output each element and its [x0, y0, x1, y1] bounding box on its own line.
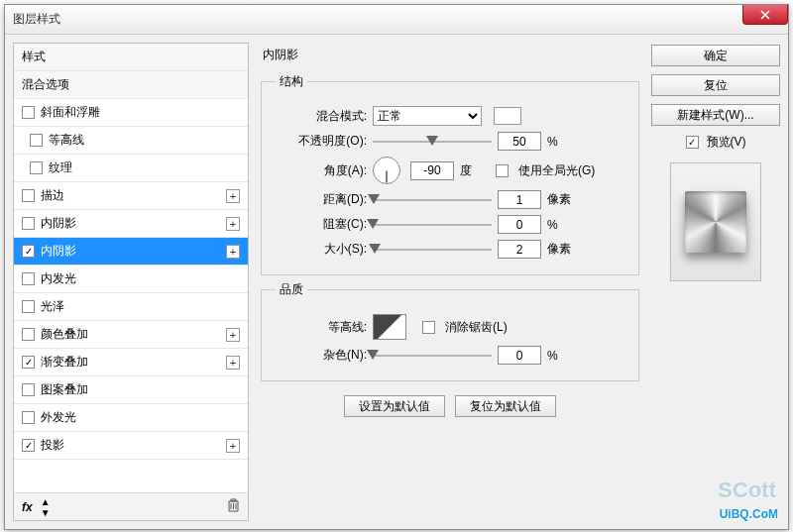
- sidebar-item-label: 图案叠加: [41, 381, 88, 398]
- blend-mode-select[interactable]: 正常: [373, 106, 482, 126]
- size-input[interactable]: [498, 240, 541, 259]
- antialias-checkbox[interactable]: [422, 321, 435, 334]
- sidebar-item-checkbox[interactable]: [30, 134, 43, 147]
- angle-unit: 度: [460, 162, 490, 179]
- size-slider[interactable]: [373, 243, 492, 257]
- angle-needle-icon: [387, 171, 388, 183]
- angle-row: 角度(A): 度 使用全局光(G): [276, 157, 624, 184]
- sidebar-item-label: 内阴影: [41, 215, 76, 232]
- sidebar-item-checkbox[interactable]: ✓: [22, 356, 35, 369]
- noise-input[interactable]: [498, 346, 541, 365]
- opacity-slider[interactable]: [373, 135, 492, 149]
- ok-button[interactable]: 确定: [651, 45, 780, 66]
- sidebar-item-6[interactable]: 内发光: [14, 266, 248, 293]
- sidebar-item-9[interactable]: ✓渐变叠加+: [14, 349, 248, 376]
- opacity-label: 不透明度(O):: [276, 133, 367, 150]
- angle-input[interactable]: [410, 161, 454, 180]
- sidebar-item-label: 纹理: [49, 160, 72, 176]
- sidebar-header-blend[interactable]: 混合选项: [14, 71, 248, 99]
- add-effect-button[interactable]: +: [226, 439, 240, 453]
- sidebar-item-0[interactable]: 斜面和浮雕: [14, 99, 248, 127]
- new-style-button[interactable]: 新建样式(W)...: [651, 104, 780, 126]
- sidebar-item-checkbox[interactable]: [22, 189, 35, 202]
- sidebar-header-styles-label: 样式: [22, 49, 46, 65]
- noise-row: 杂色(N): %: [276, 346, 624, 365]
- choke-slider[interactable]: [373, 218, 492, 232]
- sidebar-item-10[interactable]: 图案叠加: [14, 376, 248, 404]
- contour-picker[interactable]: [373, 314, 406, 340]
- sidebar-item-12[interactable]: ✓投影+: [14, 432, 248, 460]
- global-light-label: 使用全局光(G): [518, 162, 595, 179]
- contour-row: 等高线: 消除锯齿(L): [276, 314, 624, 340]
- sidebar-item-11[interactable]: 外发光: [14, 404, 248, 432]
- sidebar-item-2[interactable]: 纹理: [14, 155, 248, 182]
- add-effect-button[interactable]: +: [226, 189, 240, 203]
- choke-row: 阻塞(C): %: [276, 215, 624, 234]
- add-effect-button[interactable]: +: [226, 356, 240, 370]
- blend-mode-row: 混合模式: 正常: [276, 106, 624, 126]
- sidebar-item-checkbox[interactable]: [30, 161, 43, 174]
- noise-unit: %: [547, 349, 577, 363]
- trash-button[interactable]: [227, 498, 240, 515]
- add-effect-button[interactable]: +: [226, 217, 240, 231]
- angle-dial[interactable]: [373, 157, 400, 184]
- sidebar-item-label: 内阴影: [41, 243, 76, 260]
- sidebar-footer: fx ▲▼: [14, 492, 248, 520]
- opacity-input[interactable]: [498, 132, 541, 151]
- sidebar-item-checkbox[interactable]: [22, 383, 35, 396]
- sidebar-item-label: 等高线: [49, 132, 84, 149]
- add-effect-button[interactable]: +: [226, 328, 240, 342]
- shadow-color-swatch[interactable]: [494, 107, 521, 125]
- styles-sidebar: 样式 混合选项 斜面和浮雕等高线纹理描边+内阴影+✓内阴影+内发光光泽颜色叠加+…: [13, 43, 249, 521]
- sidebar-item-label: 光泽: [41, 298, 64, 315]
- titlebar: 图层样式: [5, 5, 788, 35]
- sidebar-item-checkbox[interactable]: ✓: [22, 439, 35, 452]
- sidebar-item-8[interactable]: 颜色叠加+: [14, 321, 248, 349]
- choke-input[interactable]: [498, 215, 541, 234]
- window-title: 图层样式: [13, 11, 60, 28]
- sidebar-item-checkbox[interactable]: [22, 106, 35, 119]
- sidebar-item-label: 渐变叠加: [41, 354, 88, 371]
- sidebar-item-checkbox[interactable]: [22, 411, 35, 424]
- sidebar-item-3[interactable]: 描边+: [14, 182, 248, 210]
- sidebar-item-checkbox[interactable]: [22, 272, 35, 285]
- sidebar-item-4[interactable]: 内阴影+: [14, 210, 248, 238]
- distance-slider[interactable]: [373, 193, 492, 207]
- contour-label: 等高线:: [276, 319, 367, 336]
- sidebar-item-checkbox[interactable]: [22, 300, 35, 313]
- sidebar-item-label: 颜色叠加: [41, 326, 88, 343]
- set-default-button[interactable]: 设置为默认值: [344, 395, 445, 417]
- sidebar-item-checkbox[interactable]: [22, 217, 35, 230]
- noise-label: 杂色(N):: [276, 347, 367, 364]
- choke-unit: %: [547, 218, 577, 232]
- choke-label: 阻塞(C):: [276, 216, 367, 233]
- effect-title: 内阴影: [261, 45, 639, 67]
- watermark: SCott UiBQ.CoM: [720, 500, 778, 523]
- cancel-button[interactable]: 复位: [651, 74, 780, 96]
- watermark-text: UiBQ.CoM: [720, 507, 778, 521]
- distance-unit: 像素: [547, 191, 577, 208]
- right-column: 确定 复位 新建样式(W)... ✓ 预览(V): [651, 43, 780, 521]
- sidebar-item-label: 斜面和浮雕: [41, 104, 100, 121]
- sidebar-item-checkbox[interactable]: [22, 328, 35, 341]
- add-effect-button[interactable]: +: [226, 245, 240, 259]
- structure-legend: 结构: [276, 73, 307, 90]
- sidebar-item-checkbox[interactable]: ✓: [22, 245, 35, 258]
- fx-menu-arrow-icon[interactable]: ▲▼: [41, 496, 51, 518]
- preview-box: [670, 162, 761, 281]
- sidebar-item-5[interactable]: ✓内阴影+: [14, 238, 248, 266]
- sidebar-header-styles[interactable]: 样式: [14, 44, 248, 71]
- sidebar-item-label: 描边: [41, 187, 64, 204]
- sidebar-header-blend-label: 混合选项: [22, 76, 69, 93]
- sidebar-item-1[interactable]: 等高线: [14, 127, 248, 155]
- reset-default-button[interactable]: 复位为默认值: [455, 395, 556, 417]
- sidebar-item-7[interactable]: 光泽: [14, 293, 248, 321]
- sidebar-item-label: 外发光: [41, 409, 76, 426]
- noise-slider[interactable]: [373, 349, 492, 363]
- preview-checkbox[interactable]: ✓: [686, 136, 699, 149]
- structure-group: 结构 混合模式: 正常 不透明度(O): % 角度(A):: [261, 73, 639, 275]
- distance-input[interactable]: [498, 190, 541, 209]
- global-light-checkbox[interactable]: [496, 164, 509, 177]
- fx-menu-button[interactable]: fx: [22, 500, 33, 514]
- close-button[interactable]: [742, 5, 788, 25]
